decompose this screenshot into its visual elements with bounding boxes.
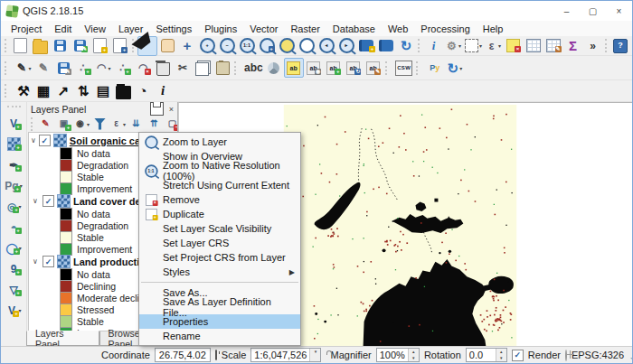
pan-to-selection-button[interactable]: + xyxy=(177,36,197,56)
close-panel-button[interactable]: × xyxy=(169,105,174,114)
current-edits-dropdown-icon[interactable]: ▾ xyxy=(28,65,31,71)
scale-combo[interactable]: 1:6,047,526 ▾ xyxy=(250,348,321,362)
menu-raster[interactable]: Raster xyxy=(284,23,326,34)
split-features-button[interactable]: ◠× xyxy=(133,58,153,78)
add-vector-layer-button[interactable]: V+ xyxy=(4,113,24,134)
menu-edit[interactable]: Edit xyxy=(48,23,78,34)
layer-visibility-checkbox[interactable]: ✓ xyxy=(43,256,54,267)
menu-project[interactable]: Project xyxy=(5,23,48,34)
remove-layer-button[interactable]: ▢− xyxy=(164,116,178,133)
filter-by-expression-button[interactable]: ε▾ xyxy=(109,116,127,133)
toggle-editing-button[interactable]: ✎ xyxy=(33,58,53,78)
filter-by-expression-dropdown-icon[interactable]: ▾ xyxy=(123,121,126,127)
python-console-button[interactable]: Py xyxy=(425,58,445,78)
filter-legend-button[interactable] xyxy=(91,116,109,133)
label-highlight-button[interactable]: ab↻ xyxy=(344,58,364,78)
te-load-layers-button[interactable] xyxy=(113,81,133,101)
te-about-info-button[interactable]: i xyxy=(153,81,173,101)
touch-zoom-pan-button[interactable] xyxy=(137,36,157,56)
menu-item-save-as-layer-definition-file[interactable]: Save As Layer Definition File... xyxy=(139,300,300,314)
render-checkbox[interactable]: ✓ xyxy=(512,350,524,361)
run-feature-action-button[interactable]: ⚙▾ xyxy=(444,36,464,56)
layer-expander-icon[interactable]: ∨ xyxy=(31,197,40,205)
scale-value[interactable]: 1:6,047,526 xyxy=(251,350,309,360)
menu-item-zoom-to-layer[interactable]: Zoom to Layer xyxy=(139,135,300,149)
zoom-native-resolution-button[interactable]: 1:1 xyxy=(237,36,257,56)
diagram-overlay-button[interactable] xyxy=(264,58,284,78)
add-wms-layer-button[interactable]: ◯+▾ xyxy=(4,238,24,258)
add-ring-button[interactable]: ∴+ xyxy=(113,58,133,78)
csw-metasearch-button[interactable]: CSW xyxy=(394,58,414,78)
float-panel-button[interactable] xyxy=(150,102,164,116)
menu-item-zoom-to-native-resolution-100[interactable]: 1:1Zoom to Native Resolution (100%) xyxy=(139,163,300,178)
add-raster-layer-button[interactable]: + xyxy=(4,134,24,154)
menu-database[interactable]: Database xyxy=(326,23,382,34)
label-visibility-button[interactable]: ab◉ xyxy=(304,58,324,78)
help-contents-button[interactable]: ? xyxy=(610,36,630,56)
menu-view[interactable]: View xyxy=(78,23,112,34)
open-field-calculator-button[interactable]: ✎ xyxy=(543,36,563,56)
add-group-button[interactable]: ▣+ xyxy=(55,116,72,133)
toolbar-overflow-button[interactable]: » xyxy=(583,36,603,56)
te-report-button[interactable]: ▤ xyxy=(93,81,113,101)
select-by-expression-dropdown-icon[interactable]: ▾ xyxy=(498,42,501,49)
new-project-button[interactable] xyxy=(11,36,31,56)
save-layer-edits-button[interactable]: ✎ xyxy=(53,58,73,78)
node-tool-dropdown-icon[interactable]: ▾ xyxy=(108,65,110,71)
zoom-to-selection-button[interactable] xyxy=(277,36,297,56)
manage-layer-visibility-dropdown-icon[interactable]: ▾ xyxy=(87,121,90,127)
rotation-spin-arrows[interactable]: ▴▾ xyxy=(496,349,506,361)
open-layer-styling-button[interactable]: ✎ xyxy=(37,116,54,133)
paste-features-button[interactable] xyxy=(213,58,232,78)
scale-dropdown-icon[interactable]: ▾ xyxy=(309,349,320,361)
menu-web[interactable]: Web xyxy=(382,23,414,34)
new-shapefile-layer-button[interactable]: ▽+ xyxy=(4,279,24,300)
layer-expander-icon[interactable]: ∨ xyxy=(31,136,36,145)
add-spatialite-layer-button[interactable]: ◎+▾ xyxy=(4,196,24,217)
node-tool-button[interactable]: ◠▾ xyxy=(93,58,113,78)
menu-item-set-layer-scale-visibility[interactable]: Set Layer Scale Visibility xyxy=(139,221,300,236)
delete-selected-button[interactable] xyxy=(153,58,173,78)
menu-plugins[interactable]: Plugins xyxy=(198,23,243,34)
zoom-next-button[interactable]: ▸ xyxy=(336,36,356,56)
add-mssql-layer-button[interactable]: ◓+ xyxy=(4,217,24,238)
menu-item-rename[interactable]: Rename xyxy=(139,329,300,343)
new-virtual-layer-button[interactable]: V+▾ xyxy=(4,300,24,321)
cut-features-button[interactable]: ✂ xyxy=(173,58,193,78)
menu-vector[interactable]: Vector xyxy=(243,23,284,34)
te-plot-trend-button[interactable]: ↗ xyxy=(53,81,73,101)
magnifier-value[interactable]: 100% xyxy=(377,350,408,360)
menu-item-duplicate[interactable]: +Duplicate xyxy=(139,207,300,221)
pan-map-button[interactable] xyxy=(157,36,177,56)
deselect-all-button[interactable]: × xyxy=(504,36,524,56)
layer-visibility-checkbox[interactable]: ✓ xyxy=(39,135,51,146)
coordinate-input[interactable]: 26.75,4.02 xyxy=(155,348,211,362)
rotation-value[interactable]: 0.0 xyxy=(467,350,496,360)
add-postgis-layer-button[interactable]: Pg+▾ xyxy=(4,175,24,196)
identify-features-button[interactable]: i xyxy=(424,36,444,56)
show-statistical-summary-button[interactable]: Σ xyxy=(563,36,583,56)
manage-layer-visibility-button[interactable]: ◉▾ xyxy=(73,116,90,133)
toggle-extents-icon[interactable] xyxy=(215,350,217,360)
close-button[interactable]: × xyxy=(606,1,632,21)
te-settings-wrench-button[interactable]: ⚒ xyxy=(14,81,33,101)
menu-processing[interactable]: Processing xyxy=(414,23,476,34)
te-calculate-button[interactable]: ▦ xyxy=(33,81,53,101)
select-by-expression-button[interactable]: ε▾ xyxy=(484,36,504,56)
processing-last-run-dropdown-icon[interactable]: ▾ xyxy=(459,65,462,71)
current-edits-button[interactable]: ✎▾ xyxy=(14,58,33,78)
layer-labeling-options-button[interactable]: ab xyxy=(284,58,304,78)
menu-item-set-project-crs-from-layer[interactable]: Set Project CRS from Layer xyxy=(139,250,300,265)
select-features-button[interactable]: ▾ xyxy=(464,36,484,56)
copy-features-button[interactable] xyxy=(193,58,213,78)
label-pin-button[interactable]: ab+ xyxy=(324,58,344,78)
te-timeseries-button[interactable]: ◔ xyxy=(133,81,153,101)
processing-last-run-button[interactable]: ↻▾ xyxy=(445,58,465,78)
layer-expander-icon[interactable]: ∨ xyxy=(31,257,40,266)
collapse-all-button[interactable]: ⇈ xyxy=(146,116,163,133)
zoom-to-layer-button[interactable] xyxy=(297,36,316,56)
menu-layer[interactable]: Layer xyxy=(112,23,150,34)
new-print-composer-button[interactable]: + xyxy=(90,36,110,56)
open-project-button[interactable] xyxy=(31,36,51,56)
save-project-as-button[interactable]: ✎ xyxy=(71,36,90,56)
